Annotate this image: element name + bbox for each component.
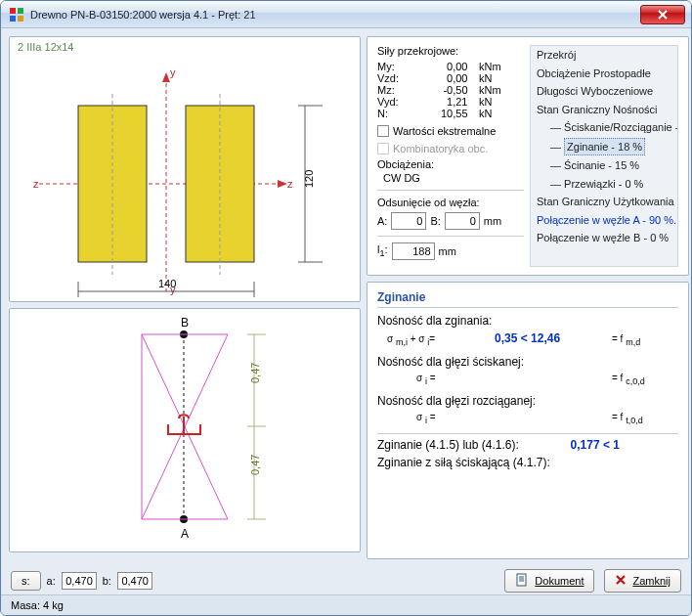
- offset-b-input[interactable]: [445, 212, 480, 230]
- tree-item[interactable]: — Ścinanie - 15 %: [533, 156, 677, 175]
- dim-width: 140: [158, 278, 176, 289]
- tree-item[interactable]: — Przewiązki - 0 %: [533, 175, 677, 194]
- tree-item[interactable]: Stan Graniczny Użytkowania - 13 %: [533, 193, 677, 211]
- l1-input[interactable]: [392, 242, 435, 260]
- svg-rect-28: [517, 574, 526, 586]
- dim-lower: 0,47: [249, 455, 261, 475]
- force-row: N:10,55kN: [377, 108, 504, 119]
- a-input[interactable]: [62, 572, 97, 590]
- tree-item[interactable]: — Zginanie - 18 %: [533, 137, 677, 157]
- dim-height: 120: [303, 170, 315, 188]
- tree-item[interactable]: — Ściskanie/Rozciąganie - 15 %: [533, 118, 677, 137]
- check-value: 0,177 < 1: [571, 438, 620, 452]
- tree-item[interactable]: Obciążenie Prostopadłe: [533, 65, 677, 83]
- tree-item[interactable]: Połączenie w węźle B - 0 %: [533, 229, 677, 247]
- loads-header: Obciążenia:: [377, 158, 524, 170]
- eq1-value: 0,35 < 12,46: [495, 331, 560, 345]
- tree-item[interactable]: Połączenie w węźle A - 90 %.: [533, 211, 677, 230]
- axis-z-left-label: z: [33, 178, 39, 190]
- tree-item[interactable]: Przekrój: [533, 46, 677, 65]
- tree-item[interactable]: Długości Wyboczeniowe: [533, 82, 677, 101]
- svg-rect-3: [18, 16, 23, 22]
- cross-section-diagram: 2 IIIa 12x14 y y z z: [9, 36, 361, 302]
- member-diagram: B A: [9, 308, 361, 552]
- checkbox-combinatorics: Kombinatoryka obc.: [377, 143, 524, 154]
- force-row: Vzd:0,00kN: [377, 72, 504, 84]
- forces-header: Siły przekrojowe:: [377, 45, 524, 57]
- node-a-label: A: [181, 527, 189, 541]
- document-button[interactable]: Dokument: [504, 569, 594, 593]
- checkbox-extreme-values[interactable]: Wartości ekstremalne: [377, 125, 524, 137]
- axis-y-top-label: y: [170, 66, 176, 78]
- axis-z-right-label: z: [287, 178, 293, 190]
- svg-marker-6: [162, 72, 170, 82]
- close-dialog-button[interactable]: Zamknij: [604, 569, 681, 593]
- close-icon: [615, 574, 627, 588]
- svg-rect-0: [10, 8, 16, 14]
- status-bar: Masa: 4 kg: [1, 594, 691, 615]
- b-input[interactable]: [117, 572, 152, 590]
- force-row: My:0,00kNm: [377, 61, 504, 72]
- details-panel: Zginanie Nośność dla zginania: σ m,i + σ…: [367, 282, 689, 559]
- force-row: Mz:-0,50kNm: [377, 84, 504, 96]
- details-header: Zginanie: [377, 290, 678, 308]
- svg-rect-1: [18, 8, 23, 14]
- s-button[interactable]: s:: [11, 571, 41, 591]
- app-icon: [9, 7, 24, 22]
- dim-upper: 0,47: [249, 363, 261, 383]
- tree-item[interactable]: Stan Graniczny Nośności: [533, 101, 677, 119]
- svg-marker-7: [278, 180, 287, 188]
- force-row: Vyd:1,21kN: [377, 96, 504, 108]
- offset-a-input[interactable]: [391, 212, 426, 230]
- titlebar: Drewno PN-B-03150:2000 wersja 4.1 - Pręt…: [1, 1, 691, 28]
- svg-rect-2: [10, 16, 16, 22]
- status-mass: Masa: 4 kg: [11, 599, 64, 611]
- loads-value: CW DG: [383, 172, 524, 184]
- window-title: Drewno PN-B-03150:2000 wersja 4.1 - Pręt…: [30, 9, 256, 21]
- offset-header: Odsunięcie od węzła:: [377, 197, 524, 208]
- close-button[interactable]: [640, 5, 685, 24]
- document-icon: [515, 573, 529, 589]
- results-tree[interactable]: PrzekrójObciążenie ProstopadłeDługości W…: [530, 45, 678, 267]
- diagram-label: 2 IIIa 12x14: [18, 41, 74, 53]
- node-b-label: B: [181, 316, 189, 330]
